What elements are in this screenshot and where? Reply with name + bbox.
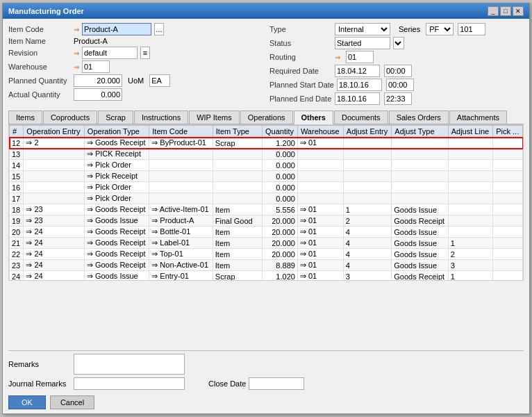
table-cell: 0.000	[263, 149, 298, 160]
planned-end-input[interactable]	[335, 92, 380, 105]
tab-documents[interactable]: Documents	[334, 111, 388, 124]
table-row[interactable]: 16⇒ Pick Order0.000	[10, 182, 523, 193]
type-select[interactable]: Internal	[335, 23, 390, 35]
tab-sales-orders[interactable]: Sales Orders	[389, 111, 449, 124]
col-header-pick: Pick ...	[493, 126, 523, 138]
table-cell	[392, 171, 448, 182]
table-row[interactable]: 22⇒ 24⇒ Goods Receipt⇒ Top-01Item20.000⇒…	[10, 249, 523, 260]
manufacturing-order-window: Manufacturing Order _ □ ✕ Item Code ⇒ ..…	[2, 3, 530, 414]
table-cell	[343, 193, 391, 204]
table-cell: 24	[10, 271, 24, 281]
close-date-input[interactable]	[249, 377, 304, 390]
uom-input[interactable]	[149, 74, 170, 87]
planned-start-input[interactable]	[337, 79, 382, 91]
status-dropdown[interactable]: ▼	[393, 37, 404, 49]
revision-input[interactable]	[82, 47, 138, 59]
table-cell: Goods Issue	[392, 238, 448, 249]
table-cell	[493, 149, 523, 160]
tab-scrap[interactable]: Scrap	[98, 111, 133, 124]
table-cell: ⇒ Pick Order	[84, 182, 149, 193]
routing-row: Routing ⇒	[269, 51, 524, 63]
routing-arrow-icon: ⇒	[335, 54, 340, 61]
series-select[interactable]: PF	[426, 23, 454, 35]
close-button[interactable]: ✕	[513, 6, 524, 16]
table-cell: ⇒ 24	[24, 227, 85, 238]
planned-start-time-input[interactable]	[386, 79, 414, 91]
table-cell: 1	[448, 271, 493, 281]
planned-qty-input[interactable]	[74, 74, 122, 87]
table-cell: 8.889	[263, 260, 298, 271]
table-cell	[493, 249, 523, 260]
table-cell	[448, 149, 493, 160]
table-cell: Item	[213, 238, 262, 249]
required-time-input[interactable]	[384, 65, 412, 77]
table-row[interactable]: 14⇒ Pick Order0.000	[10, 160, 523, 171]
revision-arrow-icon: ⇒	[74, 49, 79, 57]
maximize-button[interactable]: □	[500, 6, 511, 16]
item-code-input[interactable]	[82, 23, 151, 35]
item-code-browse-button[interactable]: ...	[154, 23, 164, 35]
required-date-label: Required Date	[269, 67, 332, 75]
table-row[interactable]: 18⇒ 23⇒ Goods Receipt⇒ Active-Item-01Ite…	[10, 204, 523, 215]
table-cell	[448, 138, 493, 149]
window-title: Manufacturing Order	[8, 7, 84, 15]
table-cell: 20.000	[263, 249, 298, 260]
revision-browse-button[interactable]: ≡	[140, 47, 150, 59]
series-num-input[interactable]	[458, 23, 485, 35]
warehouse-input[interactable]	[82, 60, 110, 73]
col-header-num: #	[10, 126, 24, 138]
table-row[interactable]: 19⇒ 23⇒ Goods Issue⇒ Product-AFinal Good…	[10, 215, 523, 227]
table-cell: ⇒ 01	[297, 249, 343, 260]
footer-area: Remarks Journal Remarks Close Date OK Ca…	[3, 343, 529, 414]
title-bar: Manufacturing Order _ □ ✕	[3, 3, 529, 19]
tab-attachments[interactable]: Attachments	[449, 111, 507, 124]
tab-items[interactable]: Items	[8, 111, 42, 124]
form-area: Item Code ⇒ ... Item Name Product-A Revi…	[3, 19, 529, 111]
table-cell: 0.000	[263, 193, 298, 204]
table-cell	[448, 171, 493, 182]
table-row[interactable]: 23⇒ 24⇒ Goods Receipt⇒ Non-Active-01Item…	[10, 260, 523, 271]
table-scroll[interactable]: # Operation Entry Operation Type Item Co…	[8, 124, 524, 281]
table-row[interactable]: 24⇒ 24⇒ Goods Issue⇒ Entry-01Scrap1.020⇒…	[10, 271, 523, 281]
tab-coproducts[interactable]: Coproducts	[43, 111, 97, 124]
table-row[interactable]: 13⇒ PICK Receipt0.000	[10, 149, 523, 160]
planned-end-time-input[interactable]	[384, 92, 412, 105]
table-cell: 4	[343, 238, 391, 249]
col-header-qty: Quantity	[263, 126, 298, 138]
minimize-button[interactable]: _	[488, 6, 499, 16]
table-cell: ⇒ Top-01	[149, 249, 213, 260]
table-cell	[213, 160, 262, 171]
tab-operations[interactable]: Operations	[240, 111, 293, 124]
col-header-ae: Adjust Entry	[343, 126, 391, 138]
table-cell: 2	[343, 215, 391, 227]
table-cell	[392, 149, 448, 160]
table-cell	[493, 171, 523, 182]
required-date-input[interactable]	[335, 65, 380, 77]
remarks-input[interactable]	[74, 354, 185, 375]
table-cell	[213, 149, 262, 160]
table-row[interactable]: 17⇒ Pick Order0.000	[10, 193, 523, 204]
table-row[interactable]: 15⇒ Pick Receipt0.000	[10, 171, 523, 182]
title-bar-controls: _ □ ✕	[488, 6, 524, 16]
journal-remarks-input[interactable]	[74, 377, 185, 390]
table-cell: 1	[343, 204, 391, 215]
table-cell: Goods Issue	[392, 227, 448, 238]
table-row[interactable]: 20⇒ 24⇒ Goods Receipt⇒ Bottle-01Item20.0…	[10, 227, 523, 238]
routing-input[interactable]	[346, 51, 374, 63]
table-cell: 0.000	[263, 182, 298, 193]
table-cell: ⇒ Bottle-01	[149, 227, 213, 238]
table-row[interactable]: 21⇒ 24⇒ Goods Receipt⇒ Label-01Item20.00…	[10, 238, 523, 249]
form-right: Type Internal Series PF Status ▼ Routing…	[269, 23, 524, 106]
planned-end-row: Planned End Date	[269, 92, 524, 105]
cancel-button[interactable]: Cancel	[50, 395, 94, 409]
actual-qty-input[interactable]	[74, 88, 122, 101]
table-cell	[149, 160, 213, 171]
table-row[interactable]: 12⇒ 2⇒ Goods Receipt⇒ ByProduct-01Scrap1…	[10, 138, 523, 149]
table-cell: ⇒ 01	[297, 215, 343, 227]
tab-wip-items[interactable]: WIP Items	[189, 111, 240, 124]
table-cell	[24, 193, 85, 204]
tab-others[interactable]: Others	[294, 111, 333, 124]
tab-instructions[interactable]: Instructions	[134, 111, 188, 124]
table-cell: ⇒ 01	[297, 204, 343, 215]
ok-button[interactable]: OK	[8, 395, 46, 409]
